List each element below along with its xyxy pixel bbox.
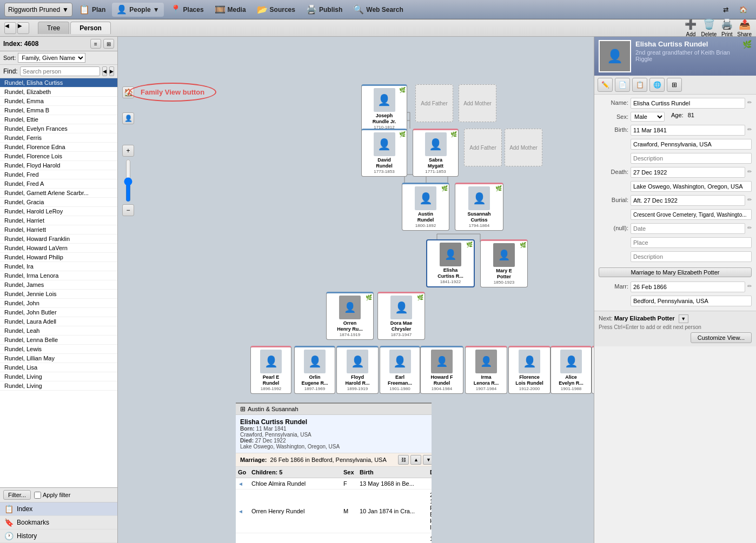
person-list-item[interactable]: Rundel, Harriett <box>0 225 117 234</box>
person-list-item[interactable]: Rundel, Living <box>0 372 117 381</box>
marr-edit-icon[interactable]: ✏ <box>747 281 752 289</box>
person-joseph[interactable]: 👤 JosephRundle Jr. 1710-1812 🌿 <box>361 84 407 132</box>
nav-item-history[interactable]: 🕐History <box>0 529 117 543</box>
nav-item-bookmarks[interactable]: 🔖Bookmarks <box>0 516 117 529</box>
person-list-item[interactable]: Rundel, Floyd Harold <box>0 161 117 170</box>
burial-place[interactable] <box>631 209 752 220</box>
zoom-out-btn[interactable]: − <box>122 204 134 216</box>
name-edit-icon[interactable]: ✏ <box>747 98 752 105</box>
tree-area[interactable]: 🏠 Family View button + − 👤 <box>118 37 594 543</box>
person-list-item[interactable]: Rundel, Leah <box>0 326 117 336</box>
print-button[interactable]: 🖨️ Print <box>721 18 733 37</box>
death-place[interactable] <box>631 181 752 192</box>
child-row[interactable]: ◄ Chloe Almira Rundel F 13 May 1868 in B… <box>236 478 432 490</box>
media-menu[interactable]: 🎞️ Media <box>210 3 250 17</box>
person-pearl[interactable]: 👤 Pearl ERundel 1896-1992 <box>250 346 291 394</box>
add-button[interactable]: ➕ Add <box>685 18 697 37</box>
birth-place[interactable] <box>631 139 752 150</box>
marr-place[interactable] <box>631 296 752 306</box>
tab-person[interactable]: Person <box>70 22 111 34</box>
death-edit-icon[interactable]: ✏ <box>747 167 752 175</box>
add-mother-gen2r[interactable]: Add Mother <box>505 129 542 166</box>
person-floyd[interactable]: 👤 FloydHarold R... 1899-1919 <box>336 346 379 394</box>
person-howard-f[interactable]: 👤 Howard FRundel 1904-1984 <box>420 346 463 394</box>
people-menu[interactable]: 👤 People ▼ <box>112 3 163 17</box>
marr-btn3[interactable]: ▼ <box>423 455 432 465</box>
person-list-item[interactable]: Rundel, Emma B <box>0 106 117 115</box>
person-list-item[interactable]: Rundel, Fred <box>0 170 117 179</box>
person-list-item[interactable]: Rundel, Elizabeth <box>0 88 117 97</box>
filter-button[interactable]: Filter... <box>3 490 31 500</box>
null-desc[interactable] <box>631 251 752 262</box>
person-list-item[interactable]: Rundel, Elisha Curtiss <box>0 78 117 88</box>
birth-edit-icon[interactable]: ✏ <box>747 125 752 132</box>
person-list-item[interactable]: Rundel, John <box>0 299 117 308</box>
null-place[interactable] <box>631 237 752 248</box>
person-list-item[interactable]: Rundel, Ettie <box>0 115 117 124</box>
death-date[interactable] <box>631 167 745 178</box>
person-list-item[interactable]: Rundel, Irma Lenora <box>0 271 117 280</box>
zoom-in-btn[interactable]: + <box>122 145 134 157</box>
websearch-menu[interactable]: 🔍 Web Search <box>349 3 407 17</box>
tab-tree[interactable]: Tree <box>38 22 69 34</box>
person-susannah[interactable]: 👤 SusannahCurtiss 1794-1864 🌿 <box>455 183 503 231</box>
person-dora[interactable]: 👤 Dora MaeChrysler 1873-1947 🌿 <box>377 292 425 340</box>
person-list-item[interactable]: Rundel, Garnett Arlene Scarbr... <box>0 189 117 198</box>
person-list-item[interactable]: Rundel, Harriet <box>0 216 117 225</box>
person-list-item[interactable]: Rundel, Laura Adell <box>0 317 117 326</box>
person-myrtle[interactable]: 👤 MyrtleRundel 1903- <box>592 346 594 394</box>
home-menu-btn[interactable]: 🏠 <box>735 3 752 17</box>
customize-btn[interactable]: Customize View... <box>691 332 752 343</box>
person-list-item[interactable]: Rundel, Emma <box>0 97 117 106</box>
person-list-item[interactable]: Rundel, Lewis <box>0 345 117 354</box>
apply-filter-checkbox[interactable] <box>34 492 41 499</box>
name-input[interactable] <box>631 98 745 109</box>
person-orren[interactable]: 👤 OrrenHenry Ru... 1874-1919 🌿 <box>326 292 374 340</box>
person-list-item[interactable]: Rundel, Florence Edna <box>0 143 117 152</box>
person-list-item[interactable]: Rundel, Evelyn Frances <box>0 124 117 133</box>
child-row[interactable]: ◄ Orren Henry Rundel M 10 Jan 1874 in Cr… <box>236 490 432 533</box>
burial-edit-icon[interactable]: ✏ <box>747 195 752 203</box>
null-date[interactable] <box>631 223 745 234</box>
person-list-item[interactable]: Rundel, John Butler <box>0 308 117 317</box>
person-list-item[interactable]: Rundel, Lillian May <box>0 354 117 363</box>
sources-menu[interactable]: 📂 Sources <box>253 3 300 17</box>
file-dropdown[interactable]: Riggworth Pruned ▼ <box>4 3 72 17</box>
apply-filter-label[interactable]: Apply filter <box>34 492 70 499</box>
person-list-item[interactable]: Rundel, Ferris <box>0 133 117 143</box>
person-list-item[interactable]: Rundel, Ira <box>0 262 117 271</box>
places-menu[interactable]: 📍 Places <box>166 3 208 17</box>
person-mary-e[interactable]: 👤 Mary EPotter 1850-1923 🌿 <box>480 239 528 287</box>
child-row[interactable]: ◄ Samuel Berton Rundel M 11 Nov 1878 in … <box>236 533 432 543</box>
marriage-btn[interactable]: Marriage to Mary Elizabeth Potter <box>599 267 752 277</box>
panel-copy-btn[interactable]: 📋 <box>632 78 647 92</box>
search-input[interactable] <box>20 66 100 76</box>
person-elisha[interactable]: 👤 ElishaCurtiss R... 1841-1922 🌿 <box>426 239 475 287</box>
person-alice[interactable]: 👤 AliceEvelyn R... 1901-1988 <box>551 346 592 394</box>
person-list-item[interactable]: Rundel, Living <box>0 381 117 391</box>
delete-button[interactable]: 🗑️ Delete <box>701 18 717 37</box>
person-irma[interactable]: 👤 IrmaLenora R... 1907-1984 <box>465 346 507 394</box>
person-list-item[interactable]: Rundel, Lisa <box>0 363 117 372</box>
sex-select[interactable]: MaleFemale <box>631 112 665 122</box>
person-earl[interactable]: 👤 EarlFreeman... 1901-1980 <box>380 346 420 394</box>
marr-btn1[interactable]: ⛓ <box>398 455 409 465</box>
person-list-item[interactable]: Rundel, Gracia <box>0 198 117 207</box>
person-sabra[interactable]: 👤 SabraMygatt 1771-1853 🌿 <box>413 129 459 177</box>
panel-source-btn[interactable]: 📄 <box>615 78 630 92</box>
marr-date[interactable] <box>631 281 745 292</box>
back-btn[interactable]: ◀ <box>4 22 16 34</box>
tree-nav-person[interactable]: 👤 <box>122 112 134 124</box>
burial-date[interactable] <box>631 195 745 206</box>
sidebar-view-btn1[interactable]: ≡ <box>90 39 101 49</box>
panel-edit-btn[interactable]: ✏️ <box>598 78 613 92</box>
person-orlin[interactable]: 👤 OrlinEugene R... 1897-1969 <box>294 346 335 394</box>
person-list-item[interactable]: Rundel, Lenna Belle <box>0 336 117 345</box>
person-list-item[interactable]: Rundel, Howard LaVern <box>0 244 117 253</box>
person-florence[interactable]: 👤 FlorenceLois Rundel 1912-2000 <box>508 346 551 394</box>
null-edit-icon[interactable]: ✏ <box>747 223 752 231</box>
birth-desc[interactable] <box>631 153 752 164</box>
marr-btn2[interactable]: ▲ <box>410 455 421 465</box>
sidebar-view-btn2[interactable]: ⊞ <box>103 39 114 49</box>
person-list-item[interactable]: Rundel, Howard Franklin <box>0 234 117 244</box>
